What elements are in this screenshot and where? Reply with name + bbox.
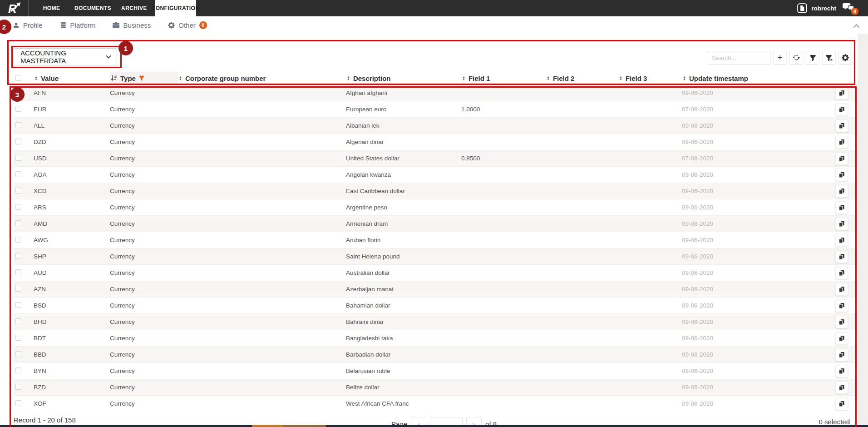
subnav-item-other[interactable]: Other 8 bbox=[168, 21, 207, 29]
copy-button[interactable] bbox=[835, 185, 848, 198]
cell-corporate-group-number bbox=[178, 118, 346, 134]
masterdata-type-select[interactable]: ACCOUNTING MASTERDATA bbox=[14, 48, 117, 65]
column-header-field3[interactable]: ▲▼Field 3 bbox=[618, 72, 682, 85]
row-checkbox[interactable] bbox=[15, 122, 21, 128]
table-row[interactable]: XCD Currency East Caribbean dollar 09-06… bbox=[14, 183, 855, 199]
column-header-type[interactable]: Type bbox=[110, 72, 178, 85]
tab-configuration[interactable]: CONFIGURATION bbox=[155, 0, 196, 16]
table-row[interactable]: ARS Currency Argentine peso 09-06-2020 bbox=[14, 199, 855, 216]
column-header-field2[interactable]: ▲▼Field 2 bbox=[546, 72, 618, 85]
copy-button[interactable] bbox=[835, 348, 848, 361]
copy-button[interactable] bbox=[835, 218, 848, 230]
collapse-panel-button[interactable] bbox=[853, 22, 860, 30]
copy-button[interactable] bbox=[835, 283, 848, 296]
row-checkbox[interactable] bbox=[15, 302, 21, 308]
table-row[interactable]: AOA Currency Angolan kwanza 09-06-2020 bbox=[14, 167, 855, 183]
copy-button[interactable] bbox=[835, 365, 848, 377]
column-header-corporate-group-number[interactable]: ▲▼Corporate group number bbox=[178, 72, 346, 85]
row-checkbox[interactable] bbox=[15, 171, 21, 177]
row-checkbox[interactable] bbox=[15, 318, 21, 324]
tab-home[interactable]: HOME bbox=[31, 0, 72, 16]
row-checkbox[interactable] bbox=[15, 155, 21, 161]
cell-field2 bbox=[546, 199, 618, 216]
copy-button[interactable] bbox=[835, 119, 848, 132]
copy-button[interactable] bbox=[835, 299, 848, 312]
cell-value: AWG bbox=[34, 232, 110, 248]
tab-documents[interactable]: DOCUMENTS bbox=[72, 0, 113, 16]
row-checkbox[interactable] bbox=[15, 351, 21, 357]
row-checkbox[interactable] bbox=[15, 188, 21, 194]
cell-field1 bbox=[461, 167, 546, 183]
filter-button[interactable] bbox=[806, 51, 819, 65]
cell-value: AMD bbox=[34, 216, 110, 232]
copy-button[interactable] bbox=[835, 381, 848, 394]
cell-type: Currency bbox=[110, 101, 178, 118]
column-header-field1[interactable]: ▲▼Field 1 bbox=[461, 72, 546, 85]
row-checkbox[interactable] bbox=[15, 400, 21, 406]
row-checkbox[interactable] bbox=[15, 89, 21, 95]
table-row[interactable]: BHD Currency Bahraini dinar 09-06-2020 bbox=[14, 314, 855, 330]
cell-field1 bbox=[461, 314, 546, 330]
copy-button[interactable] bbox=[835, 87, 848, 99]
table-row[interactable]: EUR Currency European euro 1.0000 07-08-… bbox=[14, 101, 855, 118]
table-row[interactable]: AZN Currency Azerbaijan manat 09-06-2020 bbox=[14, 281, 855, 298]
column-header-update-timestamp[interactable]: ▲▼Update timestamp bbox=[682, 72, 826, 85]
table-row[interactable]: BSD Currency Bahamian dollar 09-06-2020 bbox=[14, 298, 855, 314]
add-button[interactable]: + bbox=[773, 51, 787, 65]
bottom-accent-bar bbox=[0, 425, 868, 427]
row-checkbox[interactable] bbox=[15, 335, 21, 341]
settings-button[interactable] bbox=[838, 51, 852, 65]
table-row[interactable]: AWG Currency Aruban florin 09-06-2020 bbox=[14, 232, 855, 248]
row-checkbox[interactable] bbox=[15, 204, 21, 210]
chat-button[interactable]: 8 bbox=[843, 3, 855, 13]
copy-button[interactable] bbox=[835, 103, 848, 116]
search-input[interactable] bbox=[707, 51, 770, 65]
copy-button[interactable] bbox=[835, 397, 848, 410]
row-checkbox[interactable] bbox=[15, 106, 21, 112]
copy-icon bbox=[838, 123, 845, 129]
clear-filter-button[interactable] bbox=[822, 51, 836, 65]
table-row[interactable]: USD Currency United States dollar 0.8500… bbox=[14, 150, 855, 167]
tab-archive[interactable]: ARCHIVE bbox=[113, 0, 155, 16]
row-checkbox[interactable] bbox=[15, 286, 21, 292]
select-all-checkbox[interactable] bbox=[15, 75, 21, 81]
table-row[interactable]: AUD Currency Australian dollar 09-06-202… bbox=[14, 265, 855, 281]
table-row[interactable]: DZD Currency Algerian dinar 09-06-2020 bbox=[14, 134, 855, 150]
row-checkbox[interactable] bbox=[15, 367, 21, 373]
copy-button[interactable] bbox=[835, 152, 848, 165]
app-logo[interactable]: R bbox=[0, 0, 29, 16]
refresh-button[interactable] bbox=[789, 51, 803, 65]
subnav-item-platform[interactable]: Platform bbox=[60, 21, 96, 29]
subnav-item-profile[interactable]: Profile bbox=[13, 21, 43, 29]
copy-button[interactable] bbox=[835, 316, 848, 328]
copy-button[interactable] bbox=[835, 267, 848, 279]
table-row[interactable]: BDT Currency Bangladeshi taka 09-06-2020 bbox=[14, 330, 855, 347]
table-row[interactable]: BZD Currency Belize dollar 09-06-2020 bbox=[14, 379, 855, 396]
row-checkbox[interactable] bbox=[15, 237, 21, 243]
table-row[interactable]: XOF Currency West African CFA franc 09-0… bbox=[14, 396, 855, 412]
user-menu[interactable]: robrecht bbox=[797, 3, 836, 13]
copy-button[interactable] bbox=[835, 201, 848, 214]
cell-field1 bbox=[461, 118, 546, 134]
table-row[interactable]: ALL Currency Albanian lek 09-06-2020 bbox=[14, 118, 855, 134]
cell-update-timestamp: 09-06-2020 bbox=[682, 134, 826, 150]
copy-button[interactable] bbox=[835, 250, 848, 263]
copy-button[interactable] bbox=[835, 332, 848, 345]
table-row[interactable]: BBD Currency Barbadian dollar 09-06-2020 bbox=[14, 347, 855, 363]
column-header-description[interactable]: ▲▼Description bbox=[346, 72, 461, 85]
table-row[interactable]: SHP Currency Saint Helena pound 09-06-20… bbox=[14, 248, 855, 265]
copy-button[interactable] bbox=[835, 169, 848, 181]
row-checkbox[interactable] bbox=[15, 139, 21, 144]
row-checkbox[interactable] bbox=[15, 253, 21, 259]
cell-update-timestamp: 09-06-2020 bbox=[682, 330, 826, 347]
row-checkbox[interactable] bbox=[15, 269, 21, 275]
column-header-value[interactable]: ▲▼Value bbox=[34, 72, 110, 85]
table-row[interactable]: BYN Currency Belarusian ruble 09-06-2020 bbox=[14, 363, 855, 379]
table-row[interactable]: AMD Currency Armenian dram 09-06-2020 bbox=[14, 216, 855, 232]
row-checkbox[interactable] bbox=[15, 220, 21, 226]
table-row[interactable]: AFN Currency Afghan afghani 09-06-2020 bbox=[14, 85, 855, 101]
subnav-item-business[interactable]: Business bbox=[113, 21, 151, 29]
row-checkbox[interactable] bbox=[15, 384, 21, 390]
copy-button[interactable] bbox=[835, 136, 848, 149]
copy-button[interactable] bbox=[835, 234, 848, 247]
